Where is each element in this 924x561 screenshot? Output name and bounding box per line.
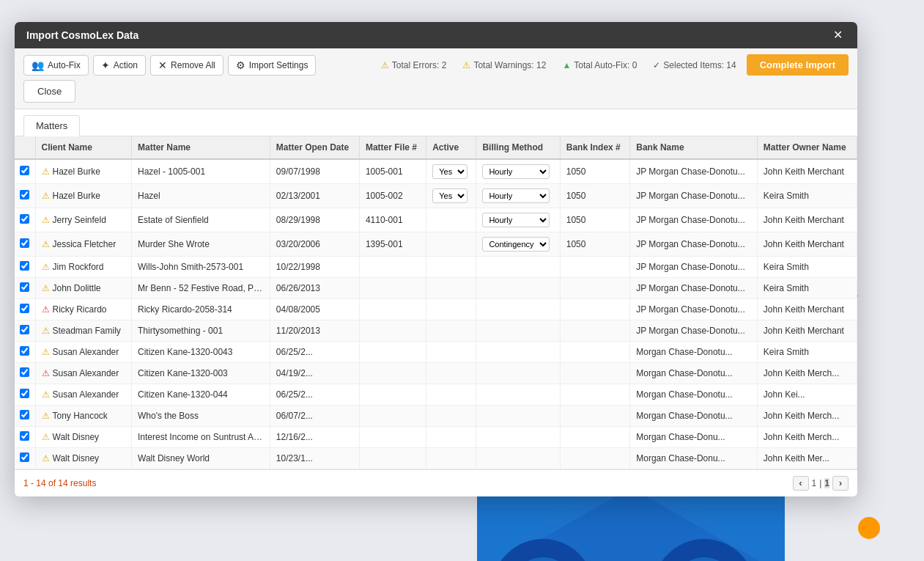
row-checkbox[interactable] [20, 346, 29, 356]
row-checkbox[interactable] [20, 238, 29, 248]
billing-method-cell[interactable]: HourlyContingencyFlat Fee [476, 208, 560, 232]
active-cell[interactable] [426, 208, 476, 232]
active-cell[interactable] [426, 448, 476, 469]
row-checkbox[interactable] [20, 452, 29, 462]
row-checkbox[interactable] [20, 410, 29, 419]
row-checkbox-cell[interactable] [15, 363, 35, 384]
row-checkbox-cell[interactable] [15, 184, 35, 208]
bank-index-cell [560, 363, 629, 384]
close-button[interactable]: Close [23, 80, 75, 103]
row-checkbox-cell[interactable] [15, 406, 35, 427]
col-client-name[interactable]: Client Name [35, 136, 132, 159]
billing-method-cell[interactable] [476, 342, 560, 363]
row-checkbox-cell[interactable] [15, 342, 35, 363]
file-num-cell [359, 320, 426, 342]
col-bank-index[interactable]: Bank Index # [560, 136, 629, 159]
open-date-cell: 11/20/2013 [270, 320, 359, 342]
col-billing-method[interactable]: Billing Method [476, 136, 560, 159]
row-checkbox[interactable] [20, 367, 29, 377]
svg-point-15 [492, 539, 594, 561]
toolbar: 👥 Auto-Fix ✦ Action ✕ Remove All ⚙ Impor… [15, 48, 857, 109]
active-cell[interactable]: YesNo [426, 159, 476, 184]
billing-select[interactable]: HourlyContingencyFlat Fee [482, 213, 550, 227]
billing-method-cell[interactable] [476, 427, 560, 448]
owner-name-cell: John Keith Merch... [757, 406, 857, 427]
row-checkbox[interactable] [20, 304, 29, 313]
table-row: ⚠Susan AlexanderCitizen Kane-1320-04406/… [15, 384, 857, 406]
next-page-button[interactable]: › [832, 476, 849, 491]
col-active[interactable]: Active [426, 136, 476, 159]
warnings-icon: ⚠ [462, 60, 470, 70]
billing-method-cell[interactable] [476, 384, 560, 406]
row-checkbox-cell[interactable] [15, 159, 35, 184]
billing-method-cell[interactable]: HourlyContingencyFlat Fee [476, 232, 560, 257]
active-cell[interactable] [426, 320, 476, 342]
billing-method-cell[interactable] [476, 448, 560, 469]
row-checkbox[interactable] [20, 431, 29, 441]
row-checkbox-cell[interactable] [15, 384, 35, 406]
total-errors-stat: ⚠ Total Errors: 2 [375, 60, 453, 70]
row-checkbox[interactable] [20, 214, 29, 224]
active-cell[interactable] [426, 232, 476, 257]
col-matter-name[interactable]: Matter Name [132, 136, 270, 159]
active-cell[interactable] [426, 406, 476, 427]
billing-method-cell[interactable] [476, 257, 560, 278]
col-matter-open-date[interactable]: Matter Open Date [270, 136, 359, 159]
active-cell[interactable] [426, 299, 476, 320]
action-button[interactable]: ✦ Action [93, 55, 146, 76]
row-checkbox-cell[interactable] [15, 448, 35, 469]
row-checkbox-cell[interactable] [15, 427, 35, 448]
col-matter-file[interactable]: Matter File # [359, 136, 426, 159]
row-checkbox[interactable] [20, 282, 29, 292]
active-cell[interactable] [426, 257, 476, 278]
row-checkbox[interactable] [20, 261, 29, 271]
active-cell[interactable]: YesNo [426, 184, 476, 208]
row-checkbox-cell[interactable] [15, 232, 35, 257]
prev-page-button[interactable]: ‹ [793, 476, 809, 491]
active-select[interactable]: YesNo [432, 188, 467, 203]
active-cell[interactable] [426, 363, 476, 384]
complete-import-button[interactable]: Complete Import [747, 54, 849, 76]
row-checkbox-cell[interactable] [15, 257, 35, 278]
matter-name-cell: Thirtysomething - 001 [132, 320, 270, 342]
matter-name-cell: Estate of Sienfield [132, 208, 270, 232]
client-name: Hazel Burke [53, 166, 100, 177]
billing-method-cell[interactable] [476, 363, 560, 384]
active-cell[interactable] [426, 278, 476, 299]
pagination: ‹ 1 | 1 › [793, 476, 849, 491]
billing-method-cell[interactable] [476, 299, 560, 320]
row-checkbox-cell[interactable] [15, 320, 35, 342]
billing-select[interactable]: HourlyContingencyFlat Fee [482, 237, 550, 252]
billing-method-cell[interactable]: HourlyContingencyFlat Fee [476, 184, 560, 208]
billing-method-cell[interactable] [476, 320, 560, 342]
tab-matters[interactable]: Matters [23, 115, 80, 136]
file-num-cell [359, 406, 426, 427]
row-checkbox-cell[interactable] [15, 278, 35, 299]
active-select[interactable]: YesNo [432, 164, 467, 179]
row-checkbox-cell[interactable] [15, 299, 35, 320]
current-page: 1 [824, 478, 829, 488]
dialog-close-button[interactable]: ✕ [830, 29, 846, 41]
client-name: Susan Alexander [53, 389, 119, 400]
row-checkbox-cell[interactable] [15, 208, 35, 232]
row-checkbox[interactable] [20, 325, 29, 334]
row-checkbox[interactable] [20, 166, 29, 175]
remove-all-button[interactable]: ✕ Remove All [150, 55, 223, 76]
billing-method-cell[interactable] [476, 406, 560, 427]
matter-name-cell: Mr Benn - 52 Festive Road, Putne [132, 278, 270, 299]
matter-name-cell: Citizen Kane-1320-044 [132, 384, 270, 406]
row-checkbox[interactable] [20, 389, 29, 398]
active-cell[interactable] [426, 342, 476, 363]
billing-select[interactable]: HourlyContingencyFlat Fee [482, 188, 550, 203]
row-checkbox[interactable] [20, 190, 29, 199]
billing-select[interactable]: HourlyContingencyFlat Fee [482, 164, 550, 179]
active-cell[interactable] [426, 427, 476, 448]
billing-method-cell[interactable] [476, 278, 560, 299]
col-bank-name[interactable]: Bank Name [630, 136, 758, 159]
col-owner-name[interactable]: Matter Owner Name [757, 136, 857, 159]
billing-method-cell[interactable]: HourlyContingencyFlat Fee [476, 159, 560, 184]
table-container[interactable]: Client Name Matter Name Matter Open Date… [15, 136, 857, 470]
import-settings-button[interactable]: ⚙ Import Settings [228, 55, 317, 76]
active-cell[interactable] [426, 384, 476, 406]
auto-fix-button[interactable]: 👥 Auto-Fix [23, 55, 89, 76]
